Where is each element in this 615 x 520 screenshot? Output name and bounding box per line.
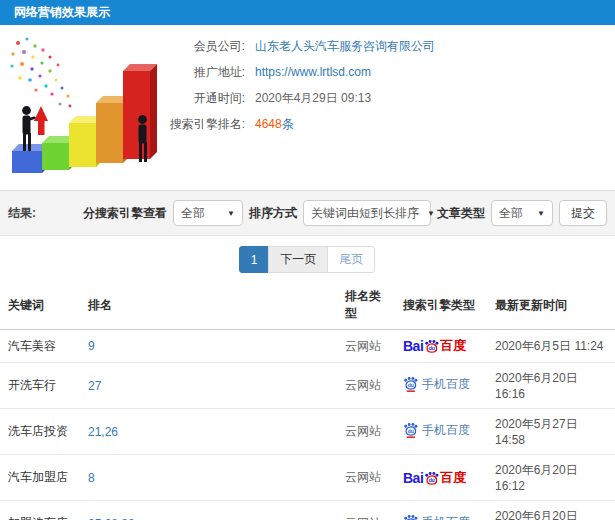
svg-text:du: du bbox=[408, 382, 414, 388]
rank-count: 4648 bbox=[255, 117, 282, 131]
baidu-mobile-logo: du手机百度 bbox=[403, 422, 470, 439]
engine-type-cell: Baidu百度 bbox=[395, 455, 487, 501]
rank-link[interactable]: 9 bbox=[88, 339, 95, 353]
baidu-mobile-logo: du手机百度 bbox=[403, 514, 470, 520]
filter-bar: 结果: 分搜索引擎查看 全部 ▼ 排序方式 关键词由短到长排序 ▼ 文章类型 全… bbox=[0, 190, 615, 236]
engine-rank-row: 搜索引擎排名: 4648条 bbox=[97, 111, 615, 137]
rank-cell: 25,28,28 bbox=[80, 501, 337, 520]
engine-rank-label: 搜索引擎排名: bbox=[97, 116, 245, 133]
member-company-row: 会员公司: 山东老人头汽车服务咨询有限公司 bbox=[97, 33, 615, 59]
engine-filter-value: 全部 bbox=[181, 205, 205, 222]
table-row: 汽车美容9云网站Baidu百度2020年6月5日 11:24 bbox=[0, 330, 615, 363]
updated-time-cell: 2020年6月20日 16:12 bbox=[487, 455, 615, 501]
promo-url-link[interactable]: https://www.lrtlsd.com bbox=[255, 65, 371, 79]
engine-type-cell: Baidu百度 bbox=[395, 330, 487, 363]
member-company-link[interactable]: 山东老人头汽车服务咨询有限公司 bbox=[255, 38, 435, 55]
header-bar: 网络营销效果展示 bbox=[0, 0, 615, 25]
article-type-value: 全部 bbox=[499, 205, 523, 222]
rank-type-cell: 云网站 bbox=[337, 409, 395, 455]
results-table-body: 汽车美容9云网站Baidu百度2020年6月5日 11:24开洗车行27云网站d… bbox=[0, 330, 615, 520]
account-info-rows: 会员公司: 山东老人头汽车服务咨询有限公司 推广地址: https://www.… bbox=[97, 33, 615, 137]
engine-filter-label: 分搜索引擎查看 bbox=[83, 205, 167, 222]
baidu-pc-logo: Baidu百度 bbox=[403, 469, 466, 487]
keyword-cell: 洗车店投资 bbox=[0, 409, 80, 455]
updated-column-header: 最新更新时间 bbox=[487, 282, 615, 330]
table-row: 加盟洗车店25,28,28云网站du手机百度2020年6月20日 16:11 bbox=[0, 501, 615, 520]
updated-time-cell: 2020年6月20日 16:11 bbox=[487, 501, 615, 520]
baidu-paw-icon: du bbox=[424, 471, 439, 485]
results-table: 关键词 排名 排名类型 搜索引擎类型 最新更新时间 汽车美容9云网站Baidu百… bbox=[0, 282, 615, 520]
updated-time-cell: 2020年5月27日 14:58 bbox=[487, 409, 615, 455]
rank-type-cell: 云网站 bbox=[337, 363, 395, 409]
confetti-dots bbox=[10, 37, 71, 107]
rank-type-column-header: 排名类型 bbox=[337, 282, 395, 330]
baidu-paw-icon: du bbox=[424, 339, 439, 353]
sort-value: 关键词由短到长排序 bbox=[311, 205, 419, 222]
baidu-paw-icon: du bbox=[403, 376, 418, 392]
chevron-down-icon: ▼ bbox=[227, 209, 235, 218]
engine-type-cell: du手机百度 bbox=[395, 501, 487, 520]
rank-column-header: 排名 bbox=[80, 282, 337, 330]
sort-label: 排序方式 bbox=[249, 205, 297, 222]
engine-type-cell: du手机百度 bbox=[395, 363, 487, 409]
article-type-select[interactable]: 全部 ▼ bbox=[491, 200, 553, 226]
svg-text:du: du bbox=[408, 428, 414, 434]
page-title: 网络营销效果展示 bbox=[14, 4, 110, 21]
rank-link[interactable]: 27 bbox=[88, 379, 101, 393]
open-time-label: 开通时间: bbox=[97, 90, 245, 107]
open-time-row: 开通时间: 2020年4月29日 09:13 bbox=[97, 85, 615, 111]
keyword-column-header: 关键词 bbox=[0, 282, 80, 330]
up-arrow-icon bbox=[34, 106, 48, 135]
rank-cell: 27 bbox=[80, 363, 337, 409]
last-page-button[interactable]: 尾页 bbox=[327, 246, 375, 273]
keyword-cell: 加盟洗车店 bbox=[0, 501, 80, 520]
article-type-label: 文章类型 bbox=[437, 205, 485, 222]
keyword-cell: 汽车美容 bbox=[0, 330, 80, 363]
sort-select[interactable]: 关键词由短到长排序 ▼ bbox=[303, 200, 431, 226]
rank-type-cell: 云网站 bbox=[337, 330, 395, 363]
keyword-cell: 汽车加盟店 bbox=[0, 455, 80, 501]
rank-cell: 21,26 bbox=[80, 409, 337, 455]
promo-url-row: 推广地址: https://www.lrtlsd.com bbox=[97, 59, 615, 85]
engine-rank-value: 4648条 bbox=[255, 116, 294, 133]
rank-type-cell: 云网站 bbox=[337, 455, 395, 501]
updated-time-cell: 2020年6月5日 11:24 bbox=[487, 330, 615, 363]
table-header-row: 关键词 排名 排名类型 搜索引擎类型 最新更新时间 bbox=[0, 282, 615, 330]
page-1-button[interactable]: 1 bbox=[239, 246, 270, 273]
table-row: 洗车店投资21,26云网站du手机百度2020年5月27日 14:58 bbox=[0, 409, 615, 455]
engine-type-column-header: 搜索引擎类型 bbox=[395, 282, 487, 330]
filter-controls: 分搜索引擎查看 全部 ▼ 排序方式 关键词由短到长排序 ▼ 文章类型 全部 ▼ … bbox=[83, 200, 607, 226]
svg-text:du: du bbox=[429, 477, 435, 483]
baidu-mobile-logo: du手机百度 bbox=[403, 376, 470, 393]
baidu-pc-logo: Baidu百度 bbox=[403, 337, 466, 355]
rank-link[interactable]: 25,28,28 bbox=[88, 517, 135, 520]
chevron-down-icon: ▼ bbox=[427, 209, 435, 218]
chevron-down-icon: ▼ bbox=[537, 209, 545, 218]
engine-filter-select[interactable]: 全部 ▼ bbox=[173, 200, 243, 226]
promo-url-label: 推广地址: bbox=[97, 64, 245, 81]
updated-time-cell: 2020年6月20日 16:16 bbox=[487, 363, 615, 409]
table-row: 开洗车行27云网站du手机百度2020年6月20日 16:16 bbox=[0, 363, 615, 409]
result-label: 结果: bbox=[8, 205, 36, 222]
rank-type-cell: 云网站 bbox=[337, 501, 395, 520]
svg-text:du: du bbox=[429, 345, 435, 351]
account-info-section: 会员公司: 山东老人头汽车服务咨询有限公司 推广地址: https://www.… bbox=[0, 25, 615, 190]
rank-link[interactable]: 8 bbox=[88, 471, 95, 485]
engine-type-cell: du手机百度 bbox=[395, 409, 487, 455]
rank-count-suffix: 条 bbox=[282, 117, 294, 131]
baidu-paw-icon: du bbox=[403, 514, 418, 520]
next-page-button[interactable]: 下一页 bbox=[268, 246, 328, 273]
rank-cell: 9 bbox=[80, 330, 337, 363]
member-company-label: 会员公司: bbox=[97, 38, 245, 55]
rank-cell: 8 bbox=[80, 455, 337, 501]
baidu-paw-icon: du bbox=[403, 422, 418, 438]
submit-button[interactable]: 提交 bbox=[559, 200, 607, 226]
open-time-value: 2020年4月29日 09:13 bbox=[255, 90, 371, 107]
keyword-cell: 开洗车行 bbox=[0, 363, 80, 409]
pagination: 1 下一页 尾页 bbox=[0, 236, 615, 282]
table-row: 汽车加盟店8云网站Baidu百度2020年6月20日 16:12 bbox=[0, 455, 615, 501]
rank-link[interactable]: 21,26 bbox=[88, 425, 118, 439]
